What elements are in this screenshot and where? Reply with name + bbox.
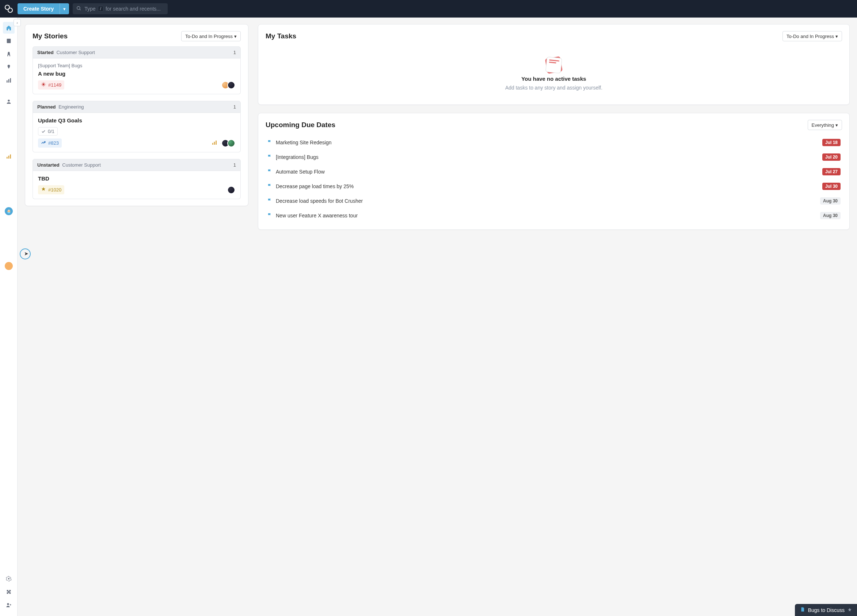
svg-rect-7 xyxy=(10,78,11,82)
story-card[interactable]: [Support Team] BugsA new bug #1149 xyxy=(32,59,241,94)
flag-icon xyxy=(267,213,272,219)
svg-rect-16 xyxy=(212,143,213,145)
story-owners[interactable] xyxy=(229,186,235,194)
group-count: 1 xyxy=(234,104,236,110)
sidebar-item-settings[interactable] xyxy=(3,573,15,585)
owner-avatar xyxy=(227,139,235,147)
due-date-item[interactable]: Decrease page load times by 25% Jul 30 xyxy=(266,179,842,193)
sidebar-item-roadmap[interactable] xyxy=(3,48,15,60)
owner-avatar xyxy=(227,81,235,89)
tasks-empty-icon xyxy=(546,57,562,73)
due-item-title: Decrease page load times by 25% xyxy=(276,183,354,189)
book-icon xyxy=(6,38,12,44)
pinned-doc-label: Bugs to Discuss xyxy=(808,607,845,613)
story-id: #1149 xyxy=(48,82,61,88)
svg-point-15 xyxy=(44,141,46,143)
group-state: Started xyxy=(37,50,54,55)
svg-rect-18 xyxy=(215,141,217,145)
priority-icon xyxy=(212,139,217,147)
puzzle-icon xyxy=(6,589,12,595)
flag-icon xyxy=(267,169,272,175)
expand-sidebar-button[interactable]: › xyxy=(14,19,21,26)
sidebar-item-team[interactable] xyxy=(3,96,15,107)
group-count: 1 xyxy=(234,50,236,55)
sidebar-item-activity[interactable] xyxy=(3,150,15,162)
sidebar-item-stories[interactable] xyxy=(3,35,15,47)
story-card[interactable]: Update Q3 Goals 0/1 #823 · xyxy=(32,113,241,152)
due-date-item[interactable]: Automate Setup Flow Jul 27 xyxy=(266,164,842,179)
svg-point-13 xyxy=(7,603,9,605)
sidebar-item-integrations[interactable] xyxy=(3,586,15,598)
story-id-badge[interactable]: #1020 xyxy=(38,185,64,194)
story-id: #823 xyxy=(48,140,59,146)
story-group-header[interactable]: Unstarted Customer Support 1 xyxy=(32,159,241,171)
sidebar-item-user[interactable] xyxy=(3,260,15,272)
story-owners[interactable] xyxy=(224,139,235,147)
due-dates-filter[interactable]: Everything ▾ xyxy=(807,120,842,130)
story-group: Planned Engineering 1Update Q3 Goals 0/1… xyxy=(32,101,241,152)
caret-down-icon: ▾ xyxy=(63,6,66,12)
due-date-item[interactable]: [Integrations] Bugs Jul 20 xyxy=(266,150,842,164)
story-title: A new bug xyxy=(38,71,235,77)
my-stories-panel: My Stories To-Do and In Progress ▾ Start… xyxy=(25,24,248,206)
sidebar-item-workspace[interactable]: 🧁 xyxy=(3,205,15,217)
my-stories-filter[interactable]: To-Do and In Progress ▾ xyxy=(181,31,241,41)
main-content: My Stories To-Do and In Progress ▾ Start… xyxy=(17,17,857,616)
sidebar-item-invite[interactable] xyxy=(3,599,15,611)
person-add-icon xyxy=(6,602,12,608)
top-bar: Create Story ▾ Type / for search and rec… xyxy=(0,0,857,17)
story-owners[interactable] xyxy=(224,81,235,89)
due-item-title: Decrease load speeds for Bot Crusher xyxy=(276,198,363,204)
story-id-badge[interactable]: #1149 xyxy=(38,80,64,90)
story-id-badge[interactable]: #823 xyxy=(38,138,62,148)
workspace-icon: 🧁 xyxy=(5,207,13,215)
chevron-right-icon: › xyxy=(17,20,18,25)
story-group-header[interactable]: Started Customer Support 1 xyxy=(32,46,241,59)
group-workflow: Customer Support xyxy=(56,50,95,55)
tasks-empty-state: You have no active tasks Add tasks to an… xyxy=(266,46,842,98)
svg-rect-10 xyxy=(8,156,9,159)
story-task-progress: 0/1 xyxy=(38,127,58,136)
due-item-title: Automate Setup Flow xyxy=(276,169,325,175)
group-count: 1 xyxy=(234,162,236,168)
owner-avatar xyxy=(227,186,235,194)
group-state: Planned xyxy=(37,104,56,110)
due-date-item[interactable]: New user Feature X awareness tour Aug 30 xyxy=(266,208,842,223)
story-title: Update Q3 Goals xyxy=(38,117,235,124)
due-date-item[interactable]: Decrease load speeds for Bot Crusher Aug… xyxy=(266,193,842,208)
story-group-header[interactable]: Planned Engineering 1 xyxy=(32,101,241,113)
create-story-dropdown[interactable]: ▾ xyxy=(60,3,69,14)
create-story-button[interactable]: Create Story xyxy=(17,3,60,14)
sidebar-item-milestones[interactable] xyxy=(3,61,15,73)
caret-down-icon: ▾ xyxy=(234,34,237,39)
due-item-title: [Integrations] Bugs xyxy=(276,154,319,160)
home-icon xyxy=(6,25,12,31)
due-dates-title: Upcoming Due Dates xyxy=(266,121,335,129)
story-card[interactable]: TBD #1020 xyxy=(32,171,241,199)
gear-icon xyxy=(6,576,12,582)
due-date-pill: Aug 30 xyxy=(820,197,840,204)
svg-rect-17 xyxy=(214,142,215,145)
app-logo[interactable] xyxy=(4,4,14,14)
slash-key-hint: / xyxy=(98,6,104,12)
pin-icon xyxy=(848,607,852,613)
due-item-title: Marketing Site Redesign xyxy=(276,139,332,145)
chore-icon xyxy=(41,140,46,146)
search-input[interactable]: Type / for search and recents... xyxy=(73,3,168,14)
story-epic: [Support Team] Bugs xyxy=(38,63,235,68)
svg-point-2 xyxy=(77,6,80,9)
svg-point-1 xyxy=(8,8,12,12)
sidebar-item-reports[interactable] xyxy=(3,74,15,86)
due-date-pill: Jul 30 xyxy=(822,183,840,190)
sidebar-item-home[interactable] xyxy=(3,22,15,34)
svg-point-12 xyxy=(8,578,9,579)
due-item-title: New user Feature X awareness tour xyxy=(276,213,357,218)
flag-icon xyxy=(267,139,272,146)
due-date-item[interactable]: Marketing Site Redesign Jul 18 xyxy=(266,135,842,150)
pinned-doc-tab[interactable]: Bugs to Discuss xyxy=(795,604,857,616)
svg-rect-6 xyxy=(8,79,9,82)
road-icon xyxy=(6,51,12,57)
svg-rect-4 xyxy=(6,39,11,43)
bars-icon xyxy=(6,153,12,159)
my-tasks-filter[interactable]: To-Do and In Progress ▾ xyxy=(783,31,842,41)
